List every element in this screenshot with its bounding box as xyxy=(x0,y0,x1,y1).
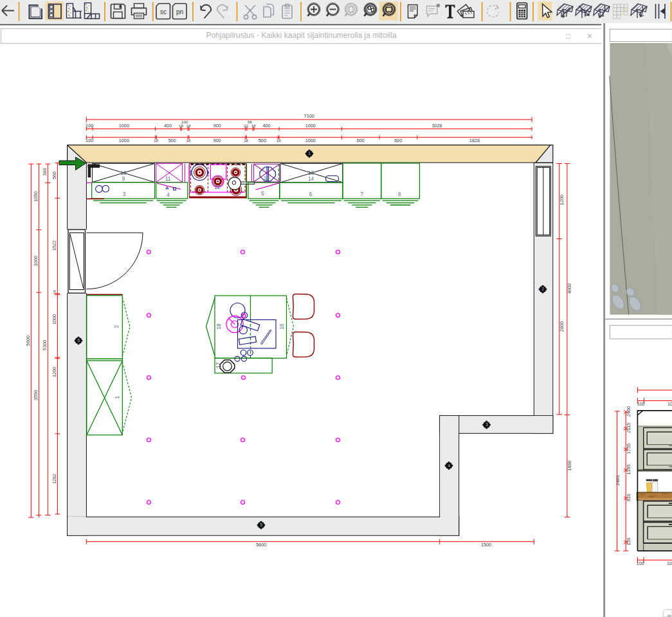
svg-text:pn: pn xyxy=(176,8,183,15)
svg-text:1000: 1000 xyxy=(305,123,316,129)
svg-text:910: 910 xyxy=(626,494,631,501)
svg-text:1522: 1522 xyxy=(51,240,57,251)
svg-text:3: 3 xyxy=(486,422,488,427)
svg-text:2: 2 xyxy=(542,287,545,291)
svg-text:900: 900 xyxy=(213,123,221,129)
svg-text:4: 4 xyxy=(448,463,451,468)
svg-text:5600: 5600 xyxy=(25,335,31,346)
svg-text:18: 18 xyxy=(251,123,256,128)
svg-text:4: 4 xyxy=(167,192,170,198)
svg-text:18: 18 xyxy=(154,138,158,143)
svg-text:18: 18 xyxy=(216,323,222,330)
svg-text:1000: 1000 xyxy=(33,256,39,266)
svg-text:8: 8 xyxy=(398,192,401,197)
svg-text:1000: 1000 xyxy=(51,314,57,325)
svg-text:7100: 7100 xyxy=(304,113,314,119)
svg-text:600: 600 xyxy=(357,138,365,143)
svg-text:900: 900 xyxy=(213,138,221,143)
svg-text:1050: 1050 xyxy=(33,192,39,202)
svg-text:2400: 2400 xyxy=(626,406,631,416)
svg-text:6: 6 xyxy=(309,192,313,197)
svg-text:100: 100 xyxy=(86,123,93,129)
svg-text:18: 18 xyxy=(244,138,248,143)
svg-text:18: 18 xyxy=(179,123,183,128)
svg-text:1: 1 xyxy=(114,395,120,398)
svg-text:6: 6 xyxy=(78,338,80,343)
svg-text:3028: 3028 xyxy=(431,123,442,129)
svg-text:100: 100 xyxy=(637,560,644,566)
svg-text:5: 5 xyxy=(261,191,264,197)
svg-text:5600: 5600 xyxy=(256,542,266,548)
svg-text:17: 17 xyxy=(215,362,221,369)
svg-text:300: 300 xyxy=(42,168,48,175)
svg-text:2115: 2115 xyxy=(626,423,631,433)
svg-text:1395: 1395 xyxy=(626,464,631,474)
svg-text:10: 10 xyxy=(120,170,127,176)
svg-text:1200: 1200 xyxy=(51,367,57,377)
svg-text:10: 10 xyxy=(667,560,672,566)
svg-text:100: 100 xyxy=(637,401,644,407)
svg-text:600: 600 xyxy=(394,138,402,143)
svg-text:5: 5 xyxy=(260,523,263,527)
svg-text:12: 12 xyxy=(214,184,221,190)
svg-text:11: 11 xyxy=(165,176,171,182)
svg-text:560: 560 xyxy=(51,172,57,179)
svg-text:1282: 1282 xyxy=(51,474,57,484)
svg-text:10: 10 xyxy=(667,401,672,407)
svg-text:400: 400 xyxy=(164,123,172,129)
svg-text:13: 13 xyxy=(308,170,314,176)
svg-text:5300: 5300 xyxy=(42,340,48,350)
svg-text:16: 16 xyxy=(279,323,285,330)
svg-text:3: 3 xyxy=(123,192,126,197)
svg-text:9: 9 xyxy=(122,176,125,182)
svg-text:13: 13 xyxy=(264,175,270,181)
svg-text:1828: 1828 xyxy=(469,138,480,143)
svg-text:1000: 1000 xyxy=(119,123,129,129)
svg-text:3550: 3550 xyxy=(33,390,39,400)
svg-text:2: 2 xyxy=(114,325,120,328)
svg-text:14: 14 xyxy=(308,176,314,182)
svg-text:100: 100 xyxy=(86,138,93,143)
svg-text:22: 22 xyxy=(244,123,248,128)
svg-text:18: 18 xyxy=(52,290,57,294)
svg-text:18: 18 xyxy=(277,138,281,143)
svg-text:150: 150 xyxy=(626,538,631,546)
svg-text:400: 400 xyxy=(262,123,270,129)
svg-text:500: 500 xyxy=(168,138,176,143)
svg-text:1000: 1000 xyxy=(305,138,316,143)
svg-text:500: 500 xyxy=(259,138,266,143)
svg-text:1755: 1755 xyxy=(626,443,631,454)
svg-text:sc: sc xyxy=(160,8,167,15)
svg-text:1500: 1500 xyxy=(481,542,491,548)
svg-text:18: 18 xyxy=(186,123,191,128)
svg-text:2400: 2400 xyxy=(615,475,621,485)
svg-text:1: 1 xyxy=(309,151,311,156)
svg-text:1000: 1000 xyxy=(119,138,129,143)
svg-text:18: 18 xyxy=(186,138,191,143)
svg-text:7: 7 xyxy=(361,192,364,197)
